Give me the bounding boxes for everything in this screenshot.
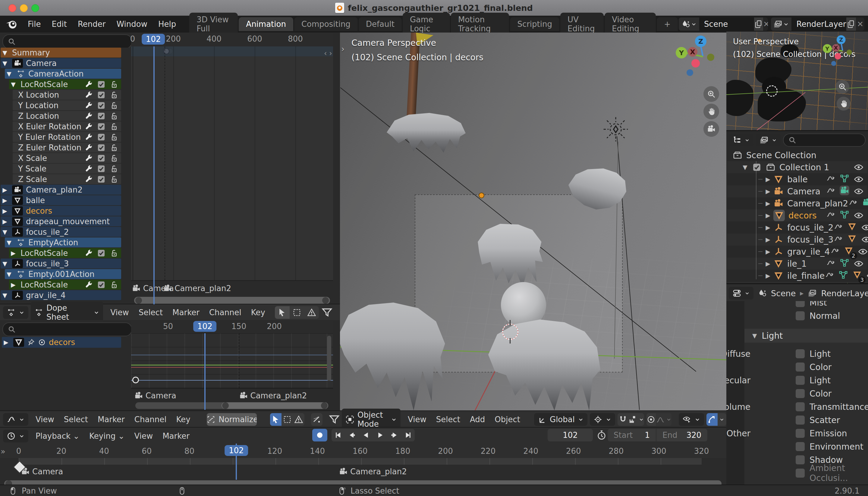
add-workspace-button[interactable]: + xyxy=(657,17,678,31)
dope-sheet-key-area[interactable] xyxy=(131,46,333,280)
expand-arrow[interactable]: ▼ xyxy=(1,229,9,236)
editor-type-button[interactable] xyxy=(3,306,28,319)
dope-sheet-marker-strip[interactable]: CameraCamera_plan2 xyxy=(131,280,333,297)
snap-to-dropdown[interactable] xyxy=(629,413,644,426)
gizmo-z-neg[interactable] xyxy=(686,69,693,76)
curve-visibility-icon[interactable] xyxy=(38,338,46,346)
graph-curve-area[interactable] xyxy=(131,333,333,388)
region-toggle-icon[interactable]: › xyxy=(341,44,344,54)
outliner-item-scene-collection[interactable]: Scene Collection xyxy=(727,149,867,161)
expand-arrow[interactable]: ▼ xyxy=(1,49,9,56)
previous-keyframe-button[interactable] xyxy=(345,429,359,441)
expand-arrow[interactable]: ▶ xyxy=(764,188,772,195)
preview-viewport[interactable]: User Perspective (102) Scene Collection … xyxy=(726,32,868,130)
outliner-item-collection-1[interactable]: ▼Collection 1 xyxy=(727,161,867,173)
breadcrumb-layer[interactable]: RenderLayer xyxy=(821,289,868,298)
expand-arrow[interactable]: ▼ xyxy=(5,239,13,246)
menu-edit[interactable]: Edit xyxy=(46,18,72,30)
auto-keying-button[interactable] xyxy=(312,429,327,441)
channel-x-scale[interactable]: X Scale xyxy=(13,153,121,163)
checkbox-ambient-occlusi-[interactable] xyxy=(796,469,805,478)
workspace-tab-default[interactable]: Default xyxy=(359,17,402,31)
object-visibility-dropdown[interactable] xyxy=(679,413,704,426)
dope-current-frame-chip[interactable]: 102 xyxy=(142,34,165,45)
expand-arrow[interactable]: ▼ xyxy=(1,292,9,299)
falloff-dropdown[interactable] xyxy=(656,413,671,426)
channel-y-euler-rotation[interactable]: Y Euler Rotation xyxy=(13,132,121,142)
checkbox-light[interactable] xyxy=(796,376,805,385)
timeline-menu-playback[interactable]: Playback ⌄ xyxy=(31,430,84,442)
jump-to-start-button[interactable] xyxy=(331,429,345,441)
next-keyframe-button[interactable] xyxy=(387,429,401,441)
checkbox-scatter[interactable] xyxy=(796,416,805,424)
box-select-toggle[interactable] xyxy=(281,413,293,426)
checkbox-normal[interactable] xyxy=(796,311,805,320)
checkbox-color[interactable] xyxy=(796,362,805,372)
pivot-point-dropdown[interactable] xyxy=(590,413,615,426)
gizmo-dropdown[interactable] xyxy=(718,413,726,426)
graph-channel-decors[interactable]: ▶ decors xyxy=(2,337,121,348)
expand-arrow[interactable]: ▶ xyxy=(764,260,772,267)
zoom-button[interactable] xyxy=(835,80,849,94)
outliner-item-camera-plan2[interactable]: ▶Camera_plan2 xyxy=(727,197,867,210)
timeline-current-frame-chip[interactable]: 102 xyxy=(224,445,248,456)
checkbox-transmittance[interactable] xyxy=(796,402,805,411)
render-layer-new-button[interactable] xyxy=(846,17,856,31)
expand-arrow[interactable]: ▶ xyxy=(764,176,772,183)
gizmo-z-neg[interactable] xyxy=(831,61,836,66)
graph-current-frame-chip[interactable]: 102 xyxy=(193,321,217,332)
channel-y-scale[interactable]: Y Scale xyxy=(13,164,121,174)
expand-arrow[interactable]: ▶ xyxy=(764,200,772,207)
graph-menu-key[interactable]: Key xyxy=(171,414,195,425)
filter-funnel-icon[interactable] xyxy=(321,307,333,318)
gizmo-x-neg[interactable] xyxy=(692,59,700,67)
region-toggle-icon[interactable]: » xyxy=(1,447,5,456)
outliner-item-balle[interactable]: ▶balle xyxy=(727,173,867,185)
gizmo-x-neg[interactable] xyxy=(835,53,841,59)
cursor-select-toggle[interactable] xyxy=(270,413,281,426)
marker-camera_plan2[interactable]: Camera_plan2 xyxy=(339,467,407,476)
ghost-curves-toggle[interactable] xyxy=(311,413,323,426)
checkbox-mist[interactable] xyxy=(796,301,805,307)
menu-file[interactable]: File xyxy=(22,18,46,30)
scene-name-field[interactable]: Scene xyxy=(699,17,754,31)
render-layer-browse-button[interactable] xyxy=(771,17,791,31)
checkbox-environment[interactable] xyxy=(796,442,805,451)
workspace-tab-motion-tracking[interactable]: Motion Tracking xyxy=(451,13,509,35)
expand-arrow[interactable]: ▶ xyxy=(1,186,9,193)
channel-balle[interactable]: ▶balle xyxy=(1,195,121,205)
expand-arrow[interactable]: ▼ xyxy=(5,70,13,77)
timeline-menu-view[interactable]: View xyxy=(129,430,158,442)
blender-logo-icon[interactable] xyxy=(5,17,18,31)
filter-funnel-icon[interactable] xyxy=(328,414,340,425)
graph-menu-select[interactable]: Select xyxy=(59,414,93,425)
gizmo-y-axis[interactable]: Y xyxy=(823,44,832,53)
workspace-tab-uv-editing[interactable]: UV Editing xyxy=(560,13,604,35)
channel-y-location[interactable]: Y Location xyxy=(13,100,121,110)
scene-new-button[interactable] xyxy=(754,17,763,31)
expand-arrow[interactable]: ▶ xyxy=(764,212,772,219)
viewport-3d[interactable]: Camera Perspective (102) Scene Collectio… xyxy=(340,33,726,410)
show-gizmo-toggle[interactable] xyxy=(707,413,718,426)
camera-view-button[interactable] xyxy=(703,121,719,137)
hide-in-viewport-icon[interactable] xyxy=(854,210,864,221)
dope-menu-select[interactable]: Select xyxy=(134,307,168,318)
play-button[interactable] xyxy=(373,429,387,441)
outliner-item-camera[interactable]: ▶Camera xyxy=(727,185,867,197)
use-preview-range-icon[interactable] xyxy=(596,430,607,440)
outliner-display-mode-dropdown[interactable] xyxy=(729,134,754,146)
dope-sheet-search-input[interactable] xyxy=(2,34,132,49)
timeline-marker-strip[interactable]: CameraCamera_plan2 xyxy=(0,465,726,480)
expand-arrow[interactable]: ▶ xyxy=(1,218,9,225)
outliner-item-ile-finale[interactable]: ▶ile_finale3 xyxy=(727,270,867,282)
editor-type-button[interactable] xyxy=(3,430,28,443)
fcurve-blue[interactable] xyxy=(131,380,333,381)
marker-camera[interactable]: Camera xyxy=(134,391,176,400)
section-light[interactable]: ▼Light xyxy=(744,329,868,343)
gizmo-x-axis[interactable]: X xyxy=(832,44,840,52)
channel-focus-ile-2[interactable]: ▼focus_ile_2 xyxy=(1,227,121,237)
channel-summary[interactable]: ▼Summary xyxy=(1,48,121,58)
end-frame-field[interactable]: End320 xyxy=(656,429,707,441)
channel-locrotscale[interactable]: ▶LocRotScale xyxy=(9,248,121,258)
expand-arrow[interactable]: ▶ xyxy=(764,248,772,255)
